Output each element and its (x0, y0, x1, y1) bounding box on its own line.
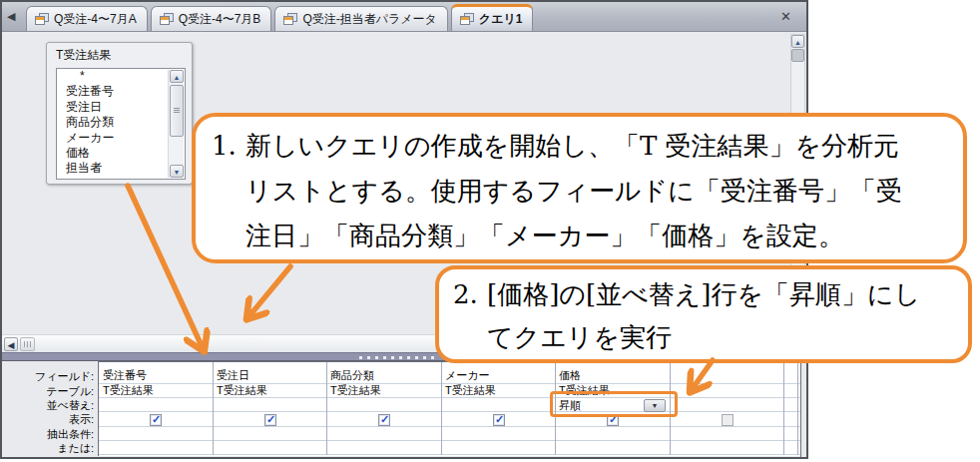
tab-label: Q受注-担当者パラメータ (302, 11, 436, 28)
step2-line: [価格]の[並べ替え]行を「昇順」にし (487, 273, 958, 316)
row-label-show: 表示: (4, 412, 94, 427)
step1-line: 注日」「商品分類」「メーカー」「価格」を設定。 (245, 214, 951, 258)
query-icon (460, 13, 474, 25)
query-icon (160, 13, 174, 25)
tab-label: Q受注-4〜7月B (179, 11, 261, 28)
annotation-step-1: 1. 新しいクエリの作成を開始し、「T 受注結果」を分析元 リストとする。使用す… (192, 113, 967, 263)
scroll-up-icon[interactable]: ▲ (170, 70, 184, 83)
cell-field-4[interactable]: メーカー (445, 369, 490, 382)
row-label-criteria: 抽出条件: (4, 427, 94, 442)
show-checkbox-1[interactable] (150, 414, 162, 426)
splitter-grip-icon (359, 356, 437, 359)
document-tab-bar: ◀ Q受注-4〜7月A Q受注-4〜7月B Q受注-担当者パラメータ クエリ1 … (2, 2, 806, 32)
field-item[interactable]: * (57, 69, 185, 84)
show-checkbox-3[interactable] (378, 414, 390, 426)
row-label-or: または: (4, 441, 94, 456)
tab-query1-active[interactable]: クエリ1 (451, 4, 534, 31)
query-icon (283, 13, 297, 25)
tab-scroll-left-icon[interactable]: ◀ (7, 10, 15, 23)
close-icon[interactable]: ✕ (780, 9, 791, 25)
scrollbar-thumb[interactable] (170, 85, 184, 137)
cell-table-1[interactable]: T受注結果 (103, 384, 154, 397)
cell-field-1[interactable]: 受注番号 (103, 369, 147, 382)
field-item[interactable]: 担当者 (57, 161, 185, 176)
grid-cells-area: 受注番号 受注日 商品分類 メーカー 価格 T受注結果 T受注結果 T受注結果 … (98, 361, 801, 456)
scrollbar-grip[interactable] (20, 337, 35, 351)
tab-label: クエリ1 (479, 11, 523, 28)
scroll-down-icon[interactable]: ▼ (170, 165, 184, 178)
step1-line: リストとする。使用するフィールドに「受注番号」「受 (245, 169, 951, 214)
tab-label: Q受注-4〜7月A (54, 11, 137, 28)
field-list-body: * 受注番号 受注日 商品分類 メーカー 価格 担当者 ▲ ▼ (56, 68, 186, 180)
field-list-title: T受注結果 (47, 43, 192, 64)
design-grid: フィールド: テーブル: 並べ替え: 表示: 抽出条件: または: 受注番号 受… (2, 361, 806, 457)
sort-cell-highlight (550, 391, 678, 417)
field-item[interactable]: 受注日 (57, 100, 185, 115)
field-item[interactable]: 価格 (57, 146, 185, 161)
cell-field-3[interactable]: 商品分類 (330, 369, 374, 382)
step-number: 1. (212, 124, 245, 258)
show-checkbox-4[interactable] (493, 414, 505, 426)
query-icon (35, 13, 49, 25)
field-item[interactable]: 商品分類 (57, 115, 185, 130)
cell-table-2[interactable]: T受注結果 (217, 384, 267, 397)
grid-row-labels: フィールド: テーブル: 並べ替え: 表示: 抽出条件: または: (2, 361, 98, 457)
row-label-field: フィールド: (4, 369, 94, 384)
cell-field-2[interactable]: 受注日 (217, 369, 249, 382)
field-item[interactable]: メーカー (57, 131, 185, 146)
scroll-up-icon[interactable]: ▲ (791, 35, 804, 48)
row-label-sort: 並べ替え: (4, 398, 94, 413)
tab-q-jucyu-4-7a[interactable]: Q受注-4〜7月A (26, 6, 148, 31)
field-item[interactable]: 受注番号 (57, 84, 185, 99)
cell-table-4[interactable]: T受注結果 (445, 384, 496, 397)
annotation-step-2: 2. [価格]の[並べ替え]行を「昇順」にし てクエリを実行 (435, 265, 972, 363)
tab-q-jucyu-4-7b[interactable]: Q受注-4〜7月B (151, 6, 272, 31)
row-label-table: テーブル: (4, 384, 94, 399)
field-list-scrollbar[interactable]: ▲ ▼ (168, 70, 184, 178)
step-number: 2. (453, 273, 487, 359)
cell-table-3[interactable]: T受注結果 (330, 384, 381, 397)
field-list-box: T受注結果 * 受注番号 受注日 商品分類 メーカー 価格 担当者 ▲ ▼ (46, 42, 193, 185)
step2-line: てクエリを実行 (487, 316, 958, 359)
tab-strip: Q受注-4〜7月A Q受注-4〜7月B Q受注-担当者パラメータ クエリ1 (26, 1, 536, 31)
scroll-left-icon[interactable]: ◀ (4, 337, 18, 351)
tab-q-jucyu-param[interactable]: Q受注-担当者パラメータ (274, 6, 447, 31)
step1-line: 新しいクエリの作成を開始し、「T 受注結果」を分析元 (245, 124, 951, 169)
scrollbar-thumb[interactable] (791, 49, 804, 62)
cell-field-5[interactable]: 価格 (559, 369, 581, 382)
show-checkbox-6[interactable] (722, 414, 734, 426)
show-checkbox-2[interactable] (264, 414, 276, 426)
